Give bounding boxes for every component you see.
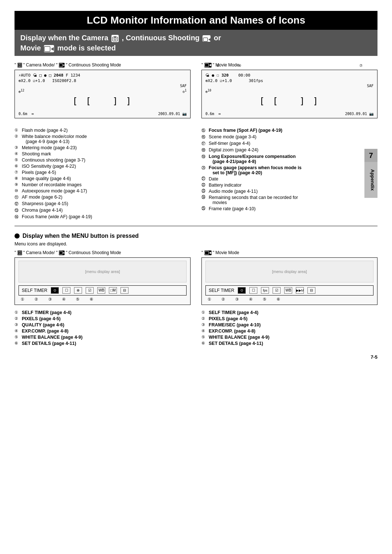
list-item: ⑭Focus frame (wide AF) (page 4-19): [15, 214, 191, 220]
svg-rect-13: [18, 251, 22, 254]
left-camera-mode: " " Camera Mode/ " " Continuous Shooting…: [15, 62, 191, 123]
list-item: ④Shooting mark: [15, 151, 191, 156]
svg-rect-7: [18, 64, 22, 67]
svg-point-8: [19, 64, 21, 66]
svg-point-1: [114, 38, 116, 40]
list-item: ⑰Self-timer (page 4-4): [201, 141, 377, 146]
list-item: ⑥SET DETAILS (page 4-11): [201, 341, 377, 346]
chapter-number: 7: [364, 149, 377, 162]
list-item: ⑥SET DETAILS (page 4-11): [15, 341, 191, 346]
page-number: 7-5: [15, 354, 377, 360]
menu-left-mode-label: " " Camera Mode/ " " Continuous Shooting…: [15, 250, 191, 255]
list-item: ⑯Scene mode (page 3-4): [201, 134, 377, 140]
list-item: ④EXP.COMP. (page 4-8): [15, 329, 191, 334]
list-item: ⑤WHITE BALANCE (page 4-9): [15, 335, 191, 340]
list-item: ⑤WHITE BALANCE (page 4-9): [201, 335, 377, 340]
page-title: LCD Monitor Information and Names of Ico…: [15, 11, 377, 30]
lcd-viewfinder-left: [ [ ] ]: [19, 96, 187, 106]
menu-items-section: ①SELF TIMER (page 4-4) ②PIXELS (page 4-5…: [15, 310, 377, 347]
menu-right-col: " " Movie Mode [menu display area] SELF …: [201, 250, 377, 305]
appendix-label: Appendix: [364, 162, 377, 198]
list-item: ⑮Focus frame (Spot AF) (page 4-19): [201, 128, 377, 133]
or-text: or: [214, 34, 221, 42]
list-item: ①SELF TIMER (page 4-4): [15, 310, 191, 315]
list-item: ⑳Focus gauge (appears when focus mode is…: [201, 165, 377, 175]
list-item: ⑩Autoexposure mode (page 4-17): [15, 188, 191, 194]
bullet-icon: [15, 233, 20, 239]
svg-point-14: [19, 252, 21, 254]
lcd-screen-left: ⚡AUTO 🌤 □ ● □ 2048 F 1234 ⊕X2.0 ☑+1.0 IS…: [15, 70, 191, 118]
menu-right-mode-label: " " Movie Mode: [201, 250, 377, 255]
list-item: ㉒Battery indicator: [201, 183, 377, 188]
svg-rect-3: [203, 38, 208, 41]
lcd-viewfinder-right: [ [ ] ]: [205, 96, 373, 106]
menu-screen-right: [menu display area] SELF TIMER ⊙ ☐ fps ☑…: [201, 257, 377, 305]
menu-icons-left: SELF TIMER ⊙ ☐ ⊕ ☑ WB □M ⊟: [19, 285, 187, 296]
right-items-list: ⑮Focus frame (Spot AF) (page 4-19) ⑯Scen…: [201, 128, 377, 211]
list-item: ⑪AF mode (page 6-2): [15, 195, 191, 200]
list-item: ⑦Pixels (page 4-5): [15, 170, 191, 175]
list-item: ②PIXELS (page 4-5): [15, 316, 191, 321]
page-subtitle: Display when the Camera , Continuous Sho…: [15, 30, 377, 56]
items-section: ①Flash mode (page 4-2) ②White balance mo…: [15, 128, 377, 221]
svg-marker-6: [51, 47, 54, 51]
svg-marker-12: [209, 64, 211, 66]
right-mode-label: " " Movie Mode: [201, 62, 377, 68]
left-items-list: ①Flash mode (page 4-2) ②White balance mo…: [15, 128, 191, 220]
list-item: ②White balance mode/color mode (page 4-9…: [15, 134, 191, 144]
list-item: ⑨Number of recordable images: [15, 182, 191, 187]
list-item: ⑬Chroma (page 4-14): [15, 208, 191, 213]
svg-marker-16: [63, 252, 64, 254]
chapter-tab-area: 7 Appendix: [364, 149, 377, 198]
menu-diagram-section: " " Camera Mode/ " " Continuous Shooting…: [15, 250, 377, 305]
right-movie-mode: " " Movie Mode ② ④ ⑦ 🌤 ● ☐ 320 00:00 ⊕X2…: [201, 62, 377, 123]
svg-rect-5: [44, 46, 50, 52]
list-item: ③QUALITY (page 4-6): [15, 322, 191, 327]
menu-left-col: " " Camera Mode/ " " Continuous Shooting…: [15, 250, 191, 305]
list-item: ⑤Continuous shooting (page 3-7): [15, 158, 191, 163]
list-item: ㉓Audio mode (page 4-11): [201, 189, 377, 194]
list-item: ①Flash mode (page 4-2): [15, 128, 191, 133]
list-item: ⑧Image quality (page 4-6): [15, 176, 191, 181]
menu-right-items-list: ①SELF TIMER (page 4-4) ②PIXELS (page 4-5…: [201, 310, 377, 346]
menu-section-header: Display when the MENU button is pressed: [15, 233, 377, 239]
menu-icons-right: SELF TIMER ⊙ ☐ fps ☑ WB ▶▶M ⊟: [205, 285, 373, 296]
left-mode-label: " " Camera Mode/ " " Continuous Shooting…: [15, 62, 191, 68]
list-item: ⑥ISO Sensitivity (page 4-22): [15, 164, 191, 169]
lcd-screen-right: ② ④ ⑦ 🌤 ● ☐ 320 00:00 ⊕X2.0 ☑+1.0 301fps…: [201, 70, 377, 118]
list-item: ③FRAME/SEC (page 4-10): [201, 322, 377, 327]
list-item: ⑫Sharpness (page 4-15): [15, 201, 191, 207]
svg-rect-17: [205, 251, 209, 254]
list-item: ㉑Date: [201, 176, 377, 182]
svg-marker-18: [209, 252, 211, 254]
menu-screen-left: [menu display area] SELF TIMER ⊙ ☐ ⊕ ☑ W…: [15, 257, 191, 305]
svg-rect-2: [114, 36, 116, 37]
list-item: ④EXP.COMP. (page 4-8): [201, 329, 377, 334]
list-item: ①SELF TIMER (page 4-4): [201, 310, 377, 315]
svg-rect-9: [59, 64, 62, 67]
list-item: ⑱Digital zoom (page 4-24): [201, 147, 377, 153]
svg-rect-15: [59, 251, 62, 254]
list-item: ㉕Frame rate (page 4-10): [201, 206, 377, 211]
list-item: ㉔Remaining seconds that can be recorded …: [201, 195, 377, 205]
list-item: ②PIXELS (page 4-5): [201, 316, 377, 321]
menu-note: Menu icons are displayed.: [15, 241, 377, 247]
diagram-section: " " Camera Mode/ " " Continuous Shooting…: [15, 62, 377, 123]
menu-left-items-list: ①SELF TIMER (page 4-4) ②PIXELS (page 4-5…: [15, 310, 191, 346]
svg-marker-10: [63, 64, 64, 66]
svg-rect-11: [205, 64, 209, 67]
list-item: ⑲Long Exposure/Exposure compensation (pa…: [201, 154, 377, 164]
list-item: ③Metering mode (page 4-23): [15, 145, 191, 150]
svg-marker-4: [208, 38, 211, 41]
